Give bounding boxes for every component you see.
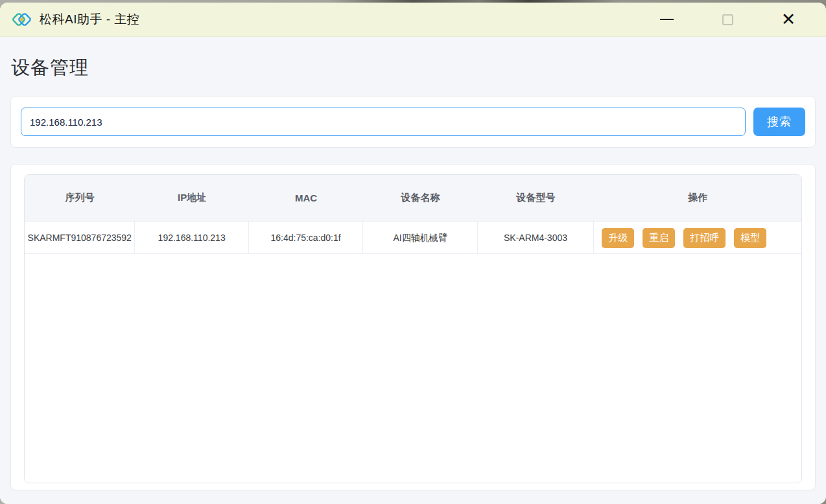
column-header-actions: 操作 bbox=[594, 192, 801, 204]
greet-button[interactable]: 打招呼 bbox=[683, 228, 726, 248]
app-logo-icon bbox=[10, 8, 34, 30]
search-input[interactable] bbox=[21, 108, 746, 136]
device-table-card: 序列号 IP地址 MAC 设备名称 设备型号 操作 SKARMFT9108767… bbox=[10, 164, 816, 490]
column-header-ip: IP地址 bbox=[135, 192, 248, 204]
model-button[interactable]: 模型 bbox=[734, 228, 766, 248]
close-button[interactable]: ✕ bbox=[779, 10, 797, 29]
table-header-row: 序列号 IP地址 MAC 设备名称 设备型号 操作 bbox=[25, 175, 801, 222]
reboot-button[interactable]: 重启 bbox=[643, 228, 675, 248]
column-header-mac: MAC bbox=[249, 192, 363, 203]
minimize-icon bbox=[660, 19, 674, 20]
upgrade-button[interactable]: 升级 bbox=[602, 228, 634, 248]
app-window: 松科AI助手 - 主控 ✕ 设备管理 搜索 序列号 IP地址 MAC 设备名称 … bbox=[0, 3, 826, 504]
cell-mac: 16:4d:75:ca:d0:1f bbox=[249, 222, 363, 254]
table-empty-area bbox=[25, 254, 801, 483]
cell-actions: 升级 重启 打招呼 模型 bbox=[594, 222, 801, 254]
cell-serial: SKARMFT910876723592 bbox=[25, 222, 135, 254]
cell-device-model: SK-ARM4-3003 bbox=[478, 222, 594, 254]
column-header-model: 设备型号 bbox=[478, 192, 594, 204]
search-bar: 搜索 bbox=[10, 96, 816, 148]
table-row: SKARMFT910876723592 192.168.110.213 16:4… bbox=[25, 222, 801, 254]
column-header-name: 设备名称 bbox=[363, 192, 477, 204]
cell-ip: 192.168.110.213 bbox=[135, 222, 248, 254]
window-controls: ✕ bbox=[657, 10, 816, 29]
cell-device-name: AI四轴机械臂 bbox=[363, 222, 477, 254]
titlebar: 松科AI助手 - 主控 ✕ bbox=[0, 3, 826, 37]
minimize-button[interactable] bbox=[657, 10, 676, 29]
close-icon: ✕ bbox=[781, 11, 796, 29]
search-button[interactable]: 搜索 bbox=[753, 108, 805, 136]
column-header-serial: 序列号 bbox=[25, 192, 135, 204]
window-title: 松科AI助手 - 主控 bbox=[40, 11, 139, 28]
maximize-button[interactable] bbox=[718, 10, 737, 29]
device-table: 序列号 IP地址 MAC 设备名称 设备型号 操作 SKARMFT9108767… bbox=[24, 174, 802, 483]
page-title: 设备管理 bbox=[11, 56, 816, 78]
maximize-icon bbox=[722, 14, 733, 25]
main-content: 设备管理 搜索 序列号 IP地址 MAC 设备名称 设备型号 操作 SKARMF… bbox=[0, 37, 826, 504]
